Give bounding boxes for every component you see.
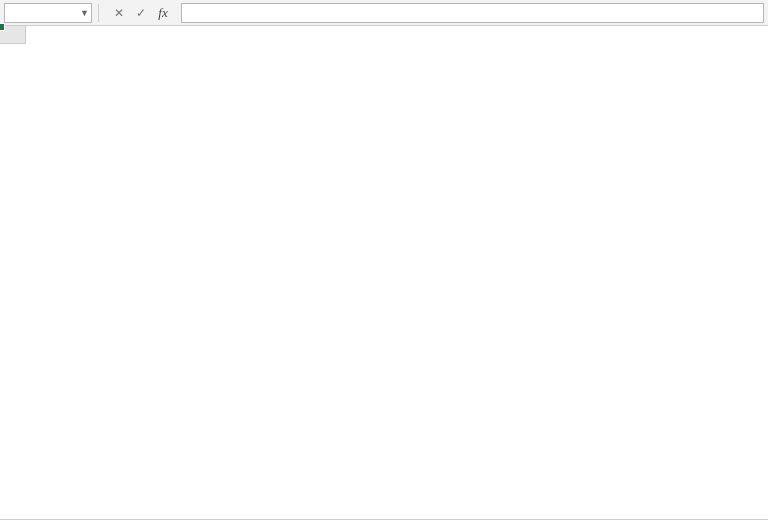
enter-icon[interactable]: ✓ xyxy=(131,4,151,22)
spreadsheet-app: ▼ ✕ ✓ fx xyxy=(0,0,768,520)
formula-bar: ▼ ✕ ✓ fx xyxy=(0,0,768,26)
cancel-icon[interactable]: ✕ xyxy=(109,4,129,22)
select-all-corner[interactable] xyxy=(0,26,26,44)
formula-input[interactable] xyxy=(181,3,764,23)
formula-bar-buttons: ✕ ✓ fx xyxy=(105,4,177,22)
name-box[interactable]: ▼ xyxy=(4,3,92,23)
fx-icon[interactable]: fx xyxy=(153,4,173,22)
name-box-dropdown-icon[interactable]: ▼ xyxy=(80,8,89,18)
separator xyxy=(98,4,99,22)
